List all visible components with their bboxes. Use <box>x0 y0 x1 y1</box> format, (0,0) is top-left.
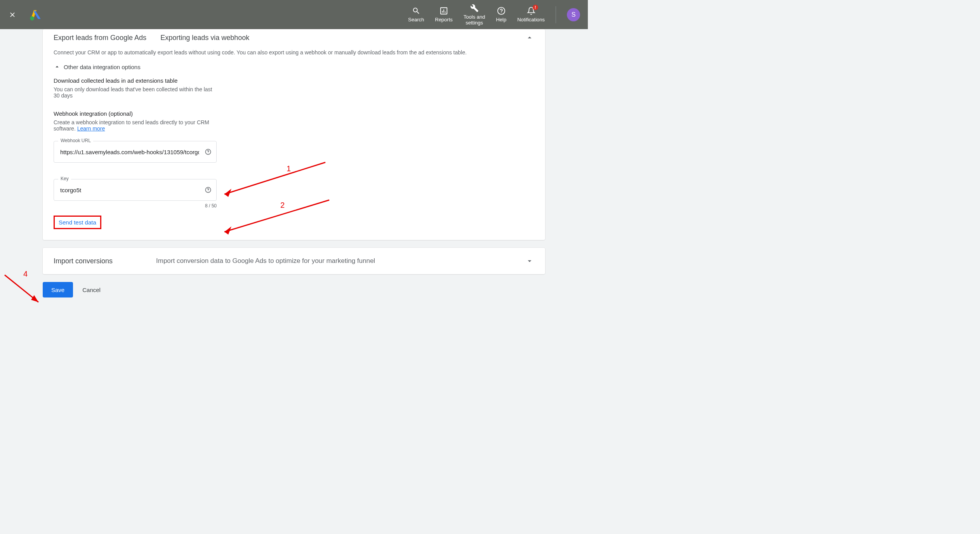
nav-label: Search <box>408 17 424 23</box>
svg-point-8 <box>208 153 208 153</box>
key-counter: 8 / 50 <box>54 203 217 209</box>
field-label: Key <box>58 176 71 181</box>
webhook-key-field: Key <box>54 179 217 201</box>
wrench-icon <box>470 3 479 13</box>
import-subtitle: Import conversion data to Google Ads to … <box>156 257 525 265</box>
field-label: Webhook URL <box>58 138 93 143</box>
reports-icon <box>439 6 448 16</box>
help-icon[interactable] <box>204 186 212 194</box>
top-bar: Search Reports Tools and settings Help ! <box>0 0 588 29</box>
close-icon[interactable] <box>8 10 17 19</box>
other-options-toggle[interactable]: Other data integration options <box>54 63 534 70</box>
import-conversions-card[interactable]: Import conversions Import conversion dat… <box>43 248 545 274</box>
import-title: Import conversions <box>54 257 156 265</box>
export-leads-card: Export leads from Google Ads Exporting l… <box>43 29 545 240</box>
annotation-label-4: 4 <box>23 270 28 278</box>
nav-search[interactable]: Search <box>408 6 424 23</box>
annotation-arrow-4 <box>2 272 44 307</box>
svg-point-0 <box>30 16 34 21</box>
cancel-button[interactable]: Cancel <box>82 287 101 293</box>
nav-help[interactable]: Help <box>496 6 506 23</box>
avatar[interactable]: S <box>567 8 580 21</box>
learn-more-link[interactable]: Learn more <box>77 125 105 132</box>
nav-label: Notifications <box>517 17 545 23</box>
svg-line-15 <box>5 275 38 302</box>
help-icon <box>497 6 506 16</box>
send-test-data-button[interactable]: Send test data <box>54 216 101 229</box>
chevron-down-icon <box>525 257 534 265</box>
svg-point-6 <box>501 12 502 13</box>
webhook-body: Create a webhook integration to send lea… <box>54 119 213 132</box>
chevron-up-icon <box>54 63 61 70</box>
search-icon <box>412 6 421 16</box>
webhook-heading: Webhook integration (optional) <box>54 110 534 117</box>
nav-label: Help <box>496 17 506 23</box>
google-ads-logo-icon <box>30 9 42 21</box>
svg-point-10 <box>208 191 208 191</box>
expand-card-button[interactable] <box>525 256 534 266</box>
card-description: Connect your CRM or app to automatically… <box>54 49 534 56</box>
alert-badge: ! <box>533 5 538 10</box>
other-options-label: Other data integration options <box>64 64 141 70</box>
svg-marker-16 <box>31 295 38 302</box>
download-body: You can only download leads that've been… <box>54 86 213 99</box>
help-icon[interactable] <box>204 148 212 156</box>
card-subtitle: Exporting leads via webhook <box>160 34 249 42</box>
webhook-key-input[interactable] <box>54 179 217 201</box>
nav-notifications[interactable]: ! Notifications <box>517 6 545 23</box>
collapse-card-button[interactable] <box>525 33 534 42</box>
save-button[interactable]: Save <box>43 282 73 297</box>
nav-reports[interactable]: Reports <box>435 6 453 23</box>
nav-label: Tools and settings <box>464 14 485 26</box>
bell-icon: ! <box>526 6 536 16</box>
chevron-up-icon <box>525 33 534 42</box>
avatar-initial: S <box>572 11 576 18</box>
divider <box>556 6 556 23</box>
download-heading: Download collected leads in ad extension… <box>54 77 534 84</box>
webhook-url-field: Webhook URL <box>54 141 217 163</box>
nav-label: Reports <box>435 17 453 23</box>
card-title: Export leads from Google Ads <box>54 34 146 42</box>
webhook-url-input[interactable] <box>54 141 217 163</box>
nav-tools[interactable]: Tools and settings <box>464 3 485 26</box>
